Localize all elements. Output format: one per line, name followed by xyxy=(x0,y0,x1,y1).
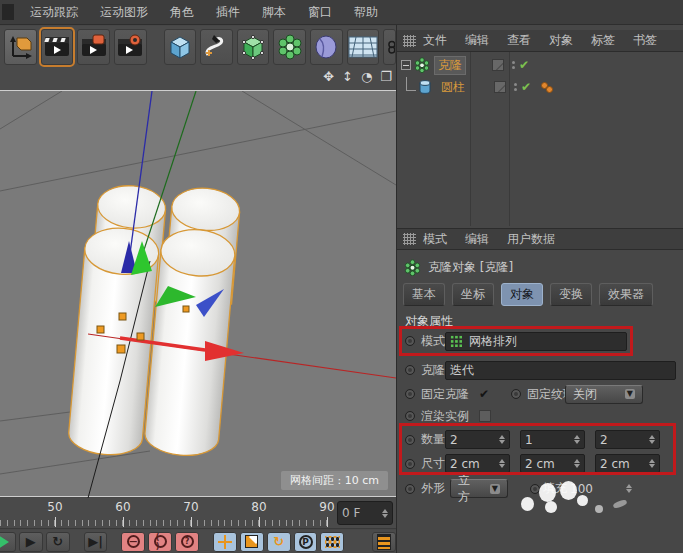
anim-toggle-icon[interactable] xyxy=(405,365,415,375)
tab-effectors[interactable]: 效果器 xyxy=(599,283,653,306)
loop-button[interactable]: ↻ xyxy=(46,532,70,552)
motion-gear-tool-icon[interactable] xyxy=(114,29,147,65)
spinner-icon[interactable] xyxy=(382,509,388,518)
menu-window[interactable]: 窗口 xyxy=(308,4,332,21)
fix-clone-checkbox[interactable]: ✔ xyxy=(479,387,489,401)
rotation-record-button[interactable]: ↻ xyxy=(267,532,291,552)
size-z-input[interactable]: 2 cm xyxy=(595,454,660,473)
menu-mograph[interactable]: 运动图形 xyxy=(100,4,148,21)
menu-character[interactable]: 角色 xyxy=(170,4,194,21)
anim-toggle-icon[interactable] xyxy=(405,459,415,469)
menu-plugins[interactable]: 插件 xyxy=(216,4,240,21)
fill-input[interactable]: 100 xyxy=(565,479,637,498)
size-x-input[interactable]: 2 cm xyxy=(445,454,510,473)
partial-tool-icon[interactable] xyxy=(383,29,396,65)
3d-viewport[interactable]: ✥ ↕ ◔ ❐ xyxy=(0,90,396,497)
form-dropdown[interactable]: 立方 ▼ xyxy=(450,479,508,498)
menu-help[interactable]: 帮助 xyxy=(354,4,378,21)
menu-motion-tracker[interactable]: 运动跟踪 xyxy=(30,4,78,21)
motion-cube-tool-icon[interactable] xyxy=(77,29,110,65)
timeline-ruler[interactable]: 50 60 70 80 90 xyxy=(0,498,332,529)
mode-dropdown[interactable]: 网格排列 xyxy=(445,332,627,351)
spinner-icon[interactable] xyxy=(570,459,580,468)
ruler-tick-label: 70 xyxy=(176,500,206,514)
tab-basic[interactable]: 基本 xyxy=(403,283,445,306)
count-z-input[interactable]: 2 xyxy=(595,430,660,449)
layer-swatch[interactable] xyxy=(494,81,506,93)
goto-end-button[interactable]: ▶| xyxy=(84,532,108,552)
motion-clip-tool-icon[interactable] xyxy=(41,29,74,65)
enable-check-icon[interactable]: ✔ xyxy=(519,58,529,72)
render-instances-checkbox[interactable] xyxy=(479,410,491,422)
record-key-button[interactable]: — xyxy=(121,532,145,552)
zoom-icon[interactable]: ↕ xyxy=(342,69,353,84)
object-label-cloner[interactable]: 克隆 xyxy=(434,56,466,75)
subdivision-cube-icon[interactable] xyxy=(237,29,270,65)
cube-primitive-icon[interactable] xyxy=(164,29,197,65)
tab-transform[interactable]: 变换 xyxy=(550,283,592,306)
visibility-dots[interactable] xyxy=(512,61,515,69)
spinner-icon[interactable] xyxy=(570,435,580,444)
current-frame-value: 0 F xyxy=(342,506,360,520)
panel-grip-icon[interactable] xyxy=(403,35,416,47)
anim-toggle-icon[interactable] xyxy=(530,484,540,494)
layer-swatch[interactable] xyxy=(492,59,504,71)
spinner-icon[interactable] xyxy=(645,435,655,444)
count-x-input[interactable]: 2 xyxy=(445,430,510,449)
filmstrip-button[interactable] xyxy=(372,532,396,552)
am-menu-mode[interactable]: 模式 xyxy=(423,231,447,248)
enable-check-icon[interactable]: ✔ xyxy=(521,80,531,94)
spinner-icon[interactable] xyxy=(645,459,655,468)
anim-toggle-icon[interactable] xyxy=(405,411,415,421)
object-label-cylinder[interactable]: 圆柱 xyxy=(438,79,468,96)
pan-icon[interactable]: ✥ xyxy=(323,69,334,84)
menu-script[interactable]: 脚本 xyxy=(262,4,286,21)
am-menu-edit[interactable]: 编辑 xyxy=(465,231,489,248)
expand-icon[interactable] xyxy=(401,60,411,70)
tree-row-cloner[interactable]: 克隆 ✔ xyxy=(397,54,683,76)
next-frame-button[interactable]: ▶ xyxy=(19,532,43,552)
panel-grip-icon[interactable] xyxy=(403,233,416,245)
array-flower-icon[interactable] xyxy=(273,29,306,65)
current-frame-input[interactable]: 0 F xyxy=(337,501,393,525)
count-y-input[interactable]: 1 xyxy=(520,430,585,449)
axis-tool-icon[interactable] xyxy=(4,29,37,65)
clone-tag-icon[interactable] xyxy=(541,82,553,93)
scale-record-button[interactable] xyxy=(240,532,264,552)
am-menu-userdata[interactable]: 用户数据 xyxy=(507,231,555,248)
orbit-icon[interactable]: ◔ xyxy=(361,69,372,84)
keyframe-options-button[interactable]: ? xyxy=(175,532,199,552)
parameter-record-button[interactable]: P xyxy=(294,532,318,552)
tab-object[interactable]: 对象 xyxy=(501,283,543,306)
om-menu-edit[interactable]: 编辑 xyxy=(465,32,489,49)
om-menu-file[interactable]: 文件 xyxy=(423,32,447,49)
cloned-cylinders[interactable] xyxy=(67,178,241,464)
autokey-button[interactable]: ( ) xyxy=(148,532,172,552)
om-menu-view[interactable]: 查看 xyxy=(507,32,531,49)
tree-row-cylinder[interactable]: 圆柱 ✔ xyxy=(397,76,683,98)
fix-texture-dropdown[interactable]: 关闭 ▼ xyxy=(565,385,643,404)
clones-dropdown[interactable]: 迭代 xyxy=(445,361,676,380)
play-button[interactable] xyxy=(0,532,16,552)
anim-toggle-icon[interactable] xyxy=(405,435,415,445)
anim-toggle-icon[interactable] xyxy=(405,484,415,494)
size-y-input[interactable]: 2 cm xyxy=(520,454,585,473)
anim-toggle-icon[interactable] xyxy=(511,389,521,399)
anim-toggle-icon[interactable] xyxy=(405,336,415,346)
viewport-canvas[interactable] xyxy=(0,91,396,498)
deformer-sphere-icon[interactable] xyxy=(310,29,343,65)
spinner-icon[interactable] xyxy=(495,435,505,444)
anim-toggle-icon[interactable] xyxy=(405,389,415,399)
tab-coordinates[interactable]: 坐标 xyxy=(452,283,494,306)
spinner-icon[interactable] xyxy=(495,459,505,468)
om-menu-bookmark[interactable]: 书签 xyxy=(633,32,657,49)
om-menu-tag[interactable]: 标签 xyxy=(591,32,615,49)
point-level-button[interactable] xyxy=(320,532,344,552)
floor-grid-icon[interactable] xyxy=(347,29,380,65)
position-record-button[interactable] xyxy=(213,532,237,552)
om-menu-object[interactable]: 对象 xyxy=(549,32,573,49)
spline-pen-icon[interactable] xyxy=(200,29,233,65)
visibility-dots[interactable] xyxy=(514,83,517,91)
maximize-icon[interactable]: ❐ xyxy=(380,69,392,84)
spinner-icon[interactable] xyxy=(622,484,632,493)
